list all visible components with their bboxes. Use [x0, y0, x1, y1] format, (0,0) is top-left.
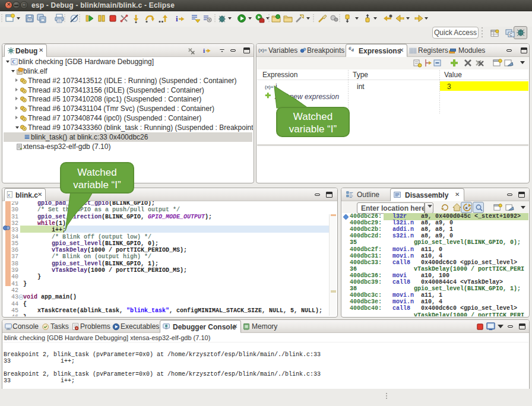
- svg-text:C: C: [509, 33, 512, 37]
- svg-text:i: i: [176, 14, 178, 23]
- svg-text:i: i: [203, 47, 205, 54]
- svg-text:C: C: [12, 59, 16, 65]
